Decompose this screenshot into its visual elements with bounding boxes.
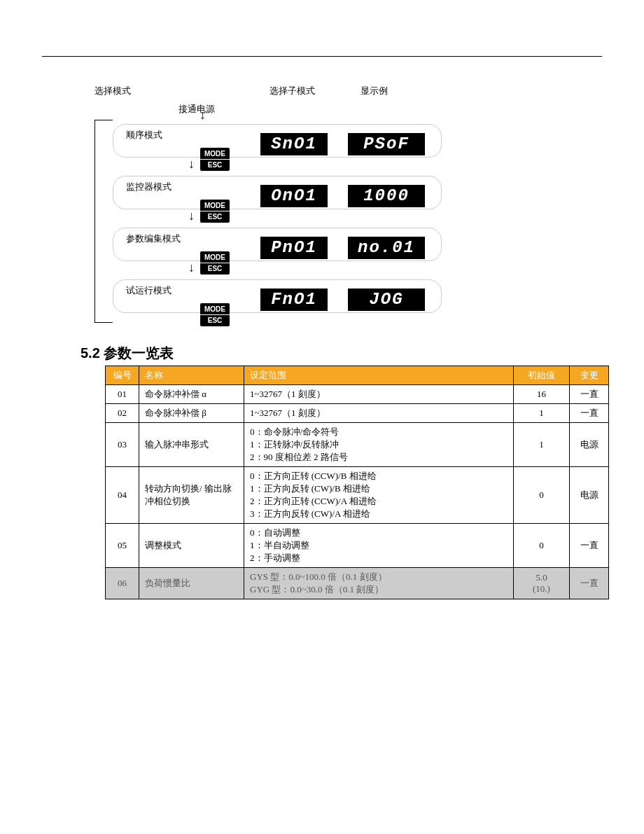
- cell-change: 电源: [570, 423, 609, 467]
- down-arrow-icon: ↓: [188, 158, 195, 170]
- mode-row: 试运行模式 FnO1 JOG MODE ESC: [113, 275, 602, 327]
- mode-label: 监控器模式: [126, 181, 172, 192]
- table-row: 06负荷惯量比GYS 型：0.0~100.0 倍（0.1 刻度） GYG 型：0…: [106, 568, 609, 599]
- cell-range: 1~32767（1 刻度）: [244, 385, 514, 404]
- button-line1: MODE: [200, 201, 230, 211]
- cell-range: 0：命令脉冲/命令符号 1：正转脉冲/反转脉冲 2：90 度相位差 2 路信号: [244, 423, 514, 467]
- cell-range: 1~32767（1 刻度）: [244, 404, 514, 423]
- mode-box-testrun: 试运行模式 FnO1 JOG: [113, 279, 442, 313]
- cell-range: GYS 型：0.0~100.0 倍（0.1 刻度） GYG 型：0.0~30.0…: [244, 568, 514, 599]
- cell-name: 负荷惯量比: [139, 568, 244, 599]
- lcd-submode: OnO1: [260, 185, 328, 207]
- section-5-2-heading: 5.2 参数一览表: [80, 344, 602, 363]
- mode-box-monitor: 监控器模式 OnO1 1000: [113, 176, 442, 209]
- diagram-column-heads: 选择模式 选择子模式 显示例: [94, 85, 602, 97]
- table-row: 04转动方向切换/ 输出脉冲相位切换0：正方向正转 (CCW)/B 相进给 1：…: [106, 467, 609, 524]
- button-line2: ESC: [200, 212, 230, 221]
- lcd-example: PSoF: [348, 133, 425, 155]
- head-select-mode: 选择模式: [94, 85, 270, 97]
- cell-change: 电源: [570, 467, 609, 524]
- mode-box-sequence: 顺序模式 SnO1 PSoF: [113, 124, 442, 158]
- cell-change: 一直: [570, 524, 609, 568]
- cell-no: 01: [106, 385, 139, 404]
- mode-esc-button[interactable]: MODE ESC: [200, 251, 230, 274]
- mode-row: 参数编集模式 PnO1 no.01 ↓ MODE ESC: [113, 223, 602, 275]
- button-line1: MODE: [200, 149, 230, 160]
- table-header-row: 编号 名称 设定范围 初始值 变更: [106, 366, 609, 385]
- button-line2: ESC: [200, 160, 230, 169]
- mode-label: 参数编集模式: [126, 233, 181, 244]
- mode-esc-button[interactable]: MODE ESC: [200, 148, 230, 171]
- mode-label: 试运行模式: [126, 285, 172, 296]
- cell-range: 0：正方向正转 (CCW)/B 相进给 1：正方向反转 (CW)/B 相进给 2…: [244, 467, 514, 524]
- cell-init: 16: [514, 385, 570, 404]
- power-on-label: 接通电源: [178, 103, 602, 116]
- down-arrow-icon: ↓: [188, 209, 195, 222]
- mode-diagram: 选择模式 选择子模式 显示例 接通电源 ↓ 顺序模式 SnO1 PSoF ↓ M…: [94, 85, 602, 327]
- cell-name: 命令脉冲补偿 β: [139, 404, 244, 423]
- parameter-table: 编号 名称 设定范围 初始值 变更 01命令脉冲补偿 α1~32767（1 刻度…: [105, 366, 609, 599]
- cell-name: 调整模式: [139, 524, 244, 568]
- mode-row: 顺序模式 SnO1 PSoF ↓ MODE ESC: [113, 120, 602, 172]
- button-line2: ESC: [200, 264, 230, 273]
- table-row: 05调整模式0：自动调整 1：半自动调整 2：手动调整0一直: [106, 524, 609, 568]
- down-arrow-icon: ↓: [188, 261, 195, 274]
- page-top-rule: [42, 56, 602, 57]
- cell-init: 0: [514, 467, 570, 524]
- mode-rows-wrap: ↓ 顺序模式 SnO1 PSoF ↓ MODE ESC 监控器模式 OnO1 1…: [94, 120, 602, 327]
- table-row: 01命令脉冲补偿 α1~32767（1 刻度）16一直: [106, 385, 609, 404]
- lcd-submode: SnO1: [260, 133, 328, 155]
- lcd-submode: FnO1: [260, 289, 328, 311]
- mode-esc-button[interactable]: MODE ESC: [200, 200, 230, 223]
- button-line1: MODE: [200, 253, 230, 263]
- lcd-example: no.01: [348, 237, 425, 259]
- cell-change: 一直: [570, 568, 609, 599]
- cell-name: 命令脉冲补偿 α: [139, 385, 244, 404]
- button-line1: MODE: [200, 305, 230, 315]
- head-select-submode: 选择子模式: [270, 85, 360, 97]
- mode-row: 监控器模式 OnO1 1000 ↓ MODE ESC: [113, 172, 602, 223]
- mode-esc-button[interactable]: MODE ESC: [200, 303, 230, 326]
- table-row: 03输入脉冲串形式0：命令脉冲/命令符号 1：正转脉冲/反转脉冲 2：90 度相…: [106, 423, 609, 467]
- th-name: 名称: [139, 366, 244, 385]
- th-init: 初始值: [514, 366, 570, 385]
- cell-no: 02: [106, 404, 139, 423]
- lcd-submode: PnO1: [260, 237, 328, 259]
- cell-init: 1: [514, 404, 570, 423]
- cell-no: 06: [106, 568, 139, 599]
- button-line2: ESC: [200, 316, 230, 325]
- th-change: 变更: [570, 366, 609, 385]
- head-display-example: 显示例: [360, 85, 388, 97]
- cell-no: 03: [106, 423, 139, 467]
- lcd-example: JOG: [348, 289, 425, 311]
- th-no: 编号: [106, 366, 139, 385]
- th-range: 设定范围: [244, 366, 514, 385]
- cell-no: 05: [106, 524, 139, 568]
- cell-name: 转动方向切换/ 输出脉冲相位切换: [139, 467, 244, 524]
- mode-box-paramedit: 参数编集模式 PnO1 no.01: [113, 228, 442, 261]
- cell-change: 一直: [570, 385, 609, 404]
- cell-init: 5.0 (10.): [514, 568, 570, 599]
- cell-name: 输入脉冲串形式: [139, 423, 244, 467]
- lcd-example: 1000: [348, 185, 425, 207]
- cell-no: 04: [106, 467, 139, 524]
- cell-init: 1: [514, 423, 570, 467]
- cell-change: 一直: [570, 404, 609, 423]
- mode-label: 顺序模式: [126, 130, 162, 140]
- table-row: 02命令脉冲补偿 β1~32767（1 刻度）1一直: [106, 404, 609, 423]
- loop-bracket: [94, 120, 113, 323]
- cell-range: 0：自动调整 1：半自动调整 2：手动调整: [244, 524, 514, 568]
- cell-init: 0: [514, 524, 570, 568]
